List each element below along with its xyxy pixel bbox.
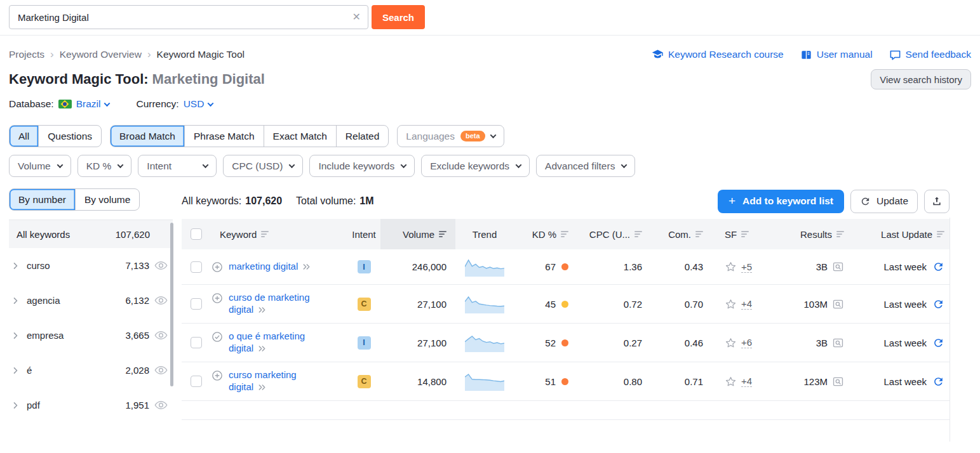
refresh-icon[interactable]	[932, 298, 944, 310]
star-icon[interactable]	[725, 337, 737, 349]
volume-filter[interactable]: Volume	[9, 155, 71, 177]
update-button[interactable]: Update	[850, 190, 918, 213]
add-keyword-icon[interactable]	[211, 369, 224, 382]
star-icon[interactable]	[725, 298, 737, 310]
database-selector[interactable]: Brazil	[76, 98, 110, 110]
kd-dot	[561, 263, 568, 270]
sf-features-link[interactable]: +4	[741, 376, 752, 387]
serp-preview-icon[interactable]	[832, 298, 844, 310]
chevron-down-icon	[289, 162, 295, 168]
added-check-icon[interactable]	[211, 331, 224, 343]
plus-icon: +	[728, 194, 735, 208]
sort-icon[interactable]	[741, 231, 749, 237]
exclude-keywords-filter[interactable]: Exclude keywords	[421, 155, 530, 177]
clear-search-icon[interactable]: ✕	[352, 11, 361, 23]
chevron-down-icon	[621, 162, 628, 168]
tab-phrase-match[interactable]: Phrase Match	[184, 126, 264, 147]
sf-features-link[interactable]: +6	[741, 337, 752, 348]
add-to-keyword-list-button[interactable]: + Add to keyword list	[718, 190, 844, 213]
tab-exact-match[interactable]: Exact Match	[264, 126, 336, 147]
languages-dropdown[interactable]: Languages beta	[397, 125, 504, 147]
cpc-cell: 1.36	[577, 261, 651, 272]
sidebar-item-agencia[interactable]: agencia 6,132	[9, 283, 173, 318]
refresh-icon[interactable]	[932, 337, 944, 349]
chevron-down-icon	[104, 100, 111, 107]
eye-icon[interactable]	[154, 364, 168, 377]
sort-icon[interactable]	[695, 231, 703, 237]
eye-icon[interactable]	[154, 259, 168, 272]
star-icon[interactable]	[725, 261, 737, 273]
sidebar-item-curso[interactable]: curso 7,133	[9, 248, 173, 283]
currency-label: Currency:	[136, 98, 178, 110]
com-cell: 0.43	[651, 261, 712, 272]
breadcrumb-projects[interactable]: Projects	[9, 49, 44, 60]
row-checkbox[interactable]	[191, 337, 202, 348]
sort-icon[interactable]	[937, 231, 944, 237]
sort-icon[interactable]	[261, 231, 269, 237]
add-keyword-icon[interactable]	[211, 292, 224, 305]
eye-icon[interactable]	[154, 329, 168, 342]
kd-filter[interactable]: KD %	[77, 155, 132, 177]
serp-preview-icon[interactable]	[832, 337, 844, 349]
sort-icon[interactable]	[836, 231, 844, 237]
intent-filter[interactable]: Intent	[138, 155, 217, 177]
add-keyword-icon[interactable]	[211, 261, 224, 273]
keyword-row: marketing digital I 246,000 67 1.36 0.43…	[182, 249, 950, 285]
serp-preview-icon[interactable]	[832, 376, 844, 388]
top-divider	[0, 35, 980, 36]
refresh-icon[interactable]	[932, 261, 944, 273]
sort-icon[interactable]	[634, 231, 642, 237]
sort-icon[interactable]	[561, 231, 568, 237]
sf-features-link[interactable]: +4	[741, 298, 752, 310]
volume-cell: 14,800	[380, 376, 455, 387]
tab-questions[interactable]: Questions	[38, 126, 101, 147]
row-checkbox[interactable]	[191, 298, 202, 310]
eye-icon[interactable]	[154, 294, 168, 307]
graduation-cap-icon	[652, 49, 664, 61]
sidebar-item-e[interactable]: é 2,028	[9, 353, 173, 388]
sort-icon[interactable]	[439, 231, 446, 237]
tab-all[interactable]: All	[10, 126, 38, 147]
tab-broad-match[interactable]: Broad Match	[111, 126, 184, 147]
refresh-icon[interactable]	[932, 376, 944, 388]
tab-by-number[interactable]: By number	[10, 189, 75, 210]
view-search-history-button[interactable]: View search history	[871, 69, 971, 89]
send-feedback-link[interactable]: Send feedback	[889, 49, 971, 61]
tab-by-volume[interactable]: By volume	[75, 189, 139, 210]
sidebar-scrollbar[interactable]	[170, 223, 173, 386]
intent-badge: I	[358, 336, 371, 350]
double-chevron-icon[interactable]	[258, 344, 266, 355]
breadcrumb-keyword-overview[interactable]: Keyword Overview	[60, 49, 142, 60]
sf-features-link[interactable]: +5	[741, 261, 752, 273]
advanced-filters[interactable]: Advanced filters	[536, 155, 635, 177]
select-all-checkbox[interactable]	[191, 228, 202, 240]
tab-related[interactable]: Related	[336, 126, 388, 147]
sidebar-item-empresa[interactable]: empresa 3,665	[9, 318, 173, 353]
keyword-link[interactable]: marketing digital	[229, 261, 298, 272]
keyword-link[interactable]: curso de marketing digital	[229, 292, 310, 315]
search-input[interactable]	[9, 5, 368, 29]
double-chevron-icon[interactable]	[302, 262, 311, 273]
brazil-flag-icon	[58, 100, 72, 108]
search-button[interactable]: Search	[372, 5, 425, 29]
cpc-cell: 0.80	[577, 376, 651, 387]
total-volume-label: Total volume:	[296, 195, 356, 207]
sidebar-item-all-keywords[interactable]: All keywords 107,620	[9, 220, 173, 248]
eye-icon[interactable]	[154, 398, 168, 412]
sidebar-item-pdf[interactable]: pdf 1,951	[9, 388, 173, 423]
keyword-link[interactable]: o que é marketing digital	[229, 331, 305, 353]
include-keywords-filter[interactable]: Include keywords	[309, 155, 415, 177]
cpc-filter[interactable]: CPC (USD)	[223, 155, 303, 177]
serp-preview-icon[interactable]	[832, 261, 844, 273]
star-icon[interactable]	[725, 376, 737, 388]
double-chevron-icon[interactable]	[258, 383, 266, 393]
intent-badge: I	[358, 260, 371, 273]
row-checkbox[interactable]	[191, 376, 202, 387]
database-label: Database:	[9, 98, 54, 110]
user-manual-link[interactable]: User manual	[800, 49, 873, 61]
double-chevron-icon[interactable]	[258, 305, 266, 316]
export-button[interactable]	[924, 190, 950, 213]
row-checkbox[interactable]	[191, 261, 202, 273]
currency-selector[interactable]: USD	[184, 98, 213, 110]
keyword-research-course-link[interactable]: Keyword Research course	[652, 49, 784, 61]
